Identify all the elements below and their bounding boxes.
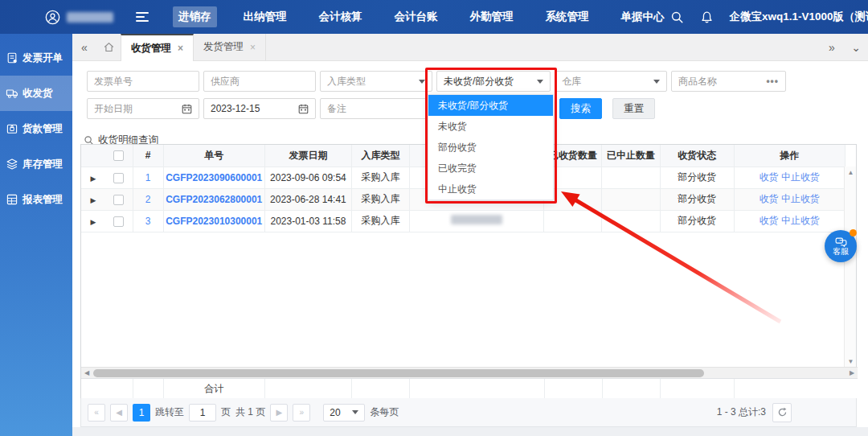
user-account[interactable]: [45, 10, 113, 25]
tabs-collapse-icon[interactable]: ⌄: [844, 34, 868, 60]
supplier-field[interactable]: [203, 71, 316, 92]
menu-item-inventory[interactable]: 进销存: [173, 6, 217, 27]
notification-bell-icon[interactable]: [700, 10, 714, 24]
order-no-link[interactable]: CGFP2023090600001: [166, 172, 262, 183]
menu-item-ledger[interactable]: 会计台账: [389, 6, 444, 27]
sidebar-item-reports[interactable]: 报表管理: [0, 182, 72, 217]
tabs-scroll-left-icon[interactable]: «: [72, 34, 96, 60]
tab-receive-management[interactable]: 收货管理 ×: [121, 34, 194, 61]
scroll-left-icon[interactable]: ◀: [81, 368, 92, 378]
menu-item-document-center[interactable]: 单据中心: [616, 6, 670, 27]
horizontal-scrollbar[interactable]: ◀ ▶: [81, 367, 858, 378]
menu-item-cashier[interactable]: 出纳管理: [238, 6, 293, 27]
menu-item-accounting[interactable]: 会计核算: [313, 6, 368, 27]
record-range-label: 1 - 3 总计:3: [717, 405, 766, 419]
expand-row-icon[interactable]: ▶: [91, 175, 96, 183]
end-date-field[interactable]: [203, 98, 316, 119]
current-page-button[interactable]: 1: [133, 404, 150, 422]
expand-row-icon[interactable]: ▶: [91, 196, 96, 204]
start-date-field[interactable]: [87, 98, 199, 119]
ellipsis-picker-icon[interactable]: •••: [766, 76, 779, 87]
row-index-link[interactable]: 1: [145, 172, 151, 183]
inbound-type-select[interactable]: 入库类型: [320, 71, 432, 92]
sidebar-item-invoice[interactable]: 发票开单: [0, 40, 72, 76]
first-page-icon[interactable]: «: [88, 404, 105, 422]
scrollbar-thumb[interactable]: [93, 369, 704, 377]
scroll-down-icon[interactable]: ▼: [845, 356, 857, 367]
stop-action-link[interactable]: 中止收货: [781, 193, 820, 204]
reset-button[interactable]: 重置: [612, 98, 655, 119]
col-order-no[interactable]: 单号: [163, 145, 264, 167]
receive-status-select[interactable]: 未收货/部分收货: [436, 71, 551, 92]
scroll-up-icon[interactable]: ▲: [845, 167, 857, 178]
order-no-link[interactable]: CGFP2023010300001: [166, 216, 262, 227]
last-page-icon[interactable]: »: [293, 404, 310, 422]
page-size-select[interactable]: 20: [323, 404, 365, 422]
warehouse-select[interactable]: 仓库: [555, 71, 667, 92]
receive-action-link[interactable]: 收货: [760, 193, 779, 204]
remark-field[interactable]: [320, 98, 432, 119]
dropdown-option[interactable]: 部份收货: [428, 137, 553, 158]
select-all-checkbox[interactable]: [113, 150, 124, 161]
search-button[interactable]: 搜索: [559, 98, 602, 119]
product-version-label: 企微宝xwq1.1-V1000版（测试）: [730, 10, 868, 24]
prev-page-icon[interactable]: ◀: [110, 404, 128, 422]
page-size-unit-label: 条每页: [370, 405, 399, 419]
col-inbound-type[interactable]: 入库类型: [351, 145, 409, 167]
end-date-input[interactable]: [211, 103, 293, 114]
vertical-scrollbar[interactable]: ▲ ▼: [844, 167, 856, 367]
row-checkbox[interactable]: [113, 216, 124, 227]
dropdown-option[interactable]: 已收完货: [428, 158, 553, 179]
remark-input[interactable]: [327, 103, 425, 114]
calendar-icon[interactable]: [298, 104, 309, 114]
tab-close-icon[interactable]: ×: [178, 43, 183, 54]
invoice-no-input[interactable]: [94, 76, 192, 87]
row-checkbox[interactable]: [113, 195, 124, 205]
receive-action-link[interactable]: 收货: [760, 215, 779, 226]
stop-action-link[interactable]: 中止收货: [781, 215, 820, 226]
row-checkbox[interactable]: [113, 173, 124, 183]
sidebar-item-payment[interactable]: 货款管理: [0, 111, 72, 146]
sidebar-item-stock[interactable]: 库存管理: [0, 146, 72, 182]
customer-service-button[interactable]: 客服: [825, 230, 857, 262]
col-index[interactable]: #: [133, 145, 163, 167]
col-actions[interactable]: 操作: [734, 145, 845, 167]
product-name-field[interactable]: •••: [671, 71, 786, 92]
expand-row-icon[interactable]: ▶: [91, 218, 96, 226]
invoice-date-cell: 2023-01-03 11:58: [264, 210, 351, 232]
chevron-down-icon: [352, 410, 358, 414]
supplier-input[interactable]: [211, 76, 309, 87]
dropdown-option[interactable]: 中止收货: [428, 179, 553, 199]
top-menu: 进销存 出纳管理 会计核算 会计台账 外勤管理 系统管理 单据中心: [173, 6, 670, 27]
stop-action-link[interactable]: 中止收货: [781, 171, 820, 183]
scroll-right-icon[interactable]: ▶: [846, 368, 858, 378]
table-row[interactable]: ▶ 3 CGFP2023010300001 2023-01-03 11:58 采…: [81, 210, 845, 232]
row-index-link[interactable]: 3: [145, 216, 151, 227]
actions-cell: 收货 中止收货: [734, 210, 845, 232]
refresh-icon[interactable]: [772, 403, 792, 422]
menu-toggle-icon[interactable]: [136, 12, 149, 22]
home-tab-icon[interactable]: [96, 34, 121, 60]
tab-close-icon[interactable]: ×: [250, 42, 256, 53]
col-invoice-date[interactable]: 发票日期: [264, 145, 351, 167]
total-pages-label: 共 1 页: [235, 405, 265, 419]
col-stopped-qty[interactable]: 已中止数量: [602, 145, 660, 167]
menu-item-field-work[interactable]: 外勤管理: [465, 6, 519, 27]
next-page-icon[interactable]: ▶: [270, 404, 288, 422]
tab-delivery-management[interactable]: 发货管理 ×: [194, 34, 266, 60]
col-receive-status[interactable]: 收货状态: [660, 145, 734, 167]
order-no-link[interactable]: CGFP2023062800001: [166, 194, 262, 205]
dropdown-option-selected[interactable]: 未收货/部分收货: [428, 95, 553, 116]
receive-action-link[interactable]: 收货: [760, 171, 779, 183]
dropdown-option[interactable]: 未收货: [428, 116, 553, 137]
tabs-scroll-right-icon[interactable]: »: [820, 34, 844, 60]
calendar-icon[interactable]: [182, 104, 192, 114]
sidebar-item-shipping[interactable]: 收发货: [0, 76, 72, 111]
search-icon[interactable]: [670, 10, 684, 24]
invoice-no-field[interactable]: [87, 71, 199, 92]
goto-page-input[interactable]: [189, 404, 216, 422]
menu-item-system[interactable]: 系统管理: [540, 6, 595, 27]
product-name-input[interactable]: [678, 76, 766, 87]
row-index-link[interactable]: 2: [145, 194, 151, 205]
start-date-input[interactable]: [94, 103, 177, 114]
